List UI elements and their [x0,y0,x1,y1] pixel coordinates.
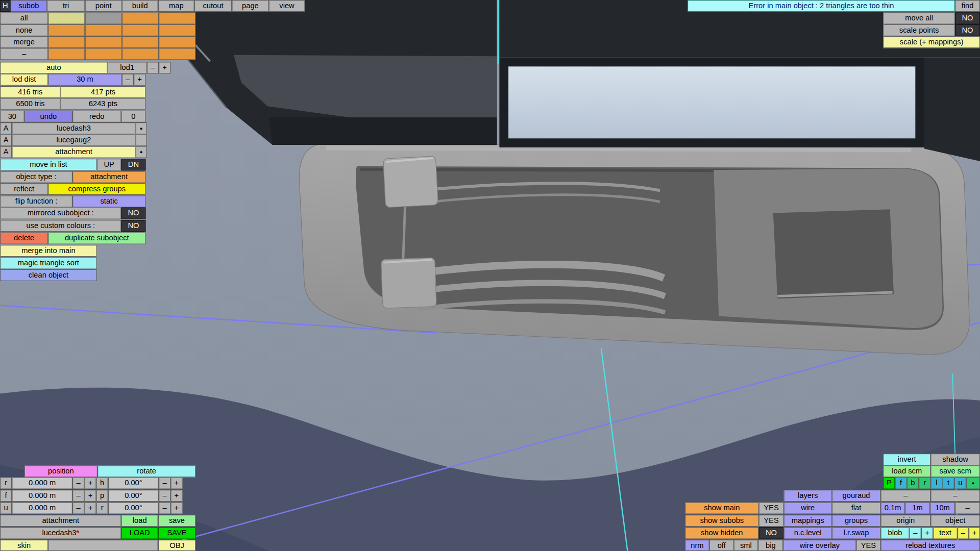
compress-groups-button[interactable]: compress groups [48,183,145,195]
texture-grid-cell[interactable] [48,36,85,48]
show-hidden-button[interactable]: show hidden [685,527,758,539]
attachment-slot-button[interactable]: attachment [0,515,121,527]
reflect-button[interactable]: reflect [0,183,48,195]
show-main-button[interactable]: show main [685,502,758,514]
flag-l-button[interactable]: l [930,478,942,489]
show-subobs-toggle[interactable]: YES [759,515,784,527]
rotate-value[interactable]: 0.00° [108,490,159,502]
rotate-plus-button[interactable]: + [170,478,182,489]
tab-view[interactable]: view [269,0,305,12]
tab-point[interactable]: point [85,0,122,12]
text-plus-button[interactable]: + [969,527,980,539]
invert-button[interactable]: invert [883,454,930,465]
gouraud-button[interactable]: gouraud [832,490,881,502]
rotate-value[interactable]: 0.00° [108,478,159,489]
rotate-plus-button[interactable]: + [170,502,182,514]
flag-t-button[interactable]: t [943,478,954,489]
save-scm-button[interactable]: save scm [930,465,980,477]
clean-object-button[interactable]: clean object [0,269,97,281]
texture-grid-cell[interactable] [85,12,122,24]
scale-mappings-button[interactable]: scale (+ mappings) [883,36,980,48]
nrm-big-button[interactable]: big [758,540,783,551]
flag-r-button[interactable]: r [919,478,930,489]
rotate-plus-button[interactable]: + [170,490,182,502]
blob-minus-button[interactable]: – [910,527,921,539]
texture-grid-cell[interactable] [85,24,122,36]
scale-points-button[interactable]: scale points [883,24,955,36]
texture-grid-cell[interactable] [159,24,195,36]
position-minus-button[interactable]: – [72,502,84,514]
object-visibility-toggle[interactable]: ● [136,122,147,134]
flag-u-button[interactable]: u [954,478,966,489]
position-plus-button[interactable]: + [84,490,96,502]
text-button[interactable]: text [933,527,958,539]
flip-function-value[interactable]: static [72,195,145,207]
tab-build[interactable]: build [122,0,158,12]
position-value[interactable]: 0.000 m [12,478,72,489]
show-hidden-toggle[interactable]: NO [759,527,784,539]
grid-01m-button[interactable]: 0.1m [880,502,905,514]
lod-minus-button[interactable]: – [147,62,159,73]
texture-grid-cell[interactable] [48,12,85,24]
save-file-button[interactable]: SAVE [158,527,195,539]
show-main-toggle[interactable]: YES [759,502,784,514]
position-plus-button[interactable]: + [84,502,96,514]
lod-dist-label[interactable]: lod dist [0,73,48,85]
texture-grid-cell[interactable] [159,36,195,48]
load-file-button[interactable]: LOAD [121,527,158,539]
flag-p-button[interactable]: P [883,478,895,489]
object-visibility-toggle[interactable] [136,134,147,146]
move-all-button[interactable]: move all [883,12,955,24]
tab-subob[interactable]: subob [11,0,47,12]
object-type-value[interactable]: attachment [72,171,145,183]
find-button[interactable]: find [955,0,980,12]
nrm-off-button[interactable]: off [709,540,734,551]
wire-overlay-button[interactable]: wire overlay [783,540,856,551]
flag-f-button[interactable]: f [895,478,906,489]
save-button[interactable]: save [158,515,195,527]
mappings-button[interactable]: mappings [784,515,832,527]
texture-grid-cell[interactable] [122,24,159,36]
show-subobs-button[interactable]: show subobs [685,515,758,527]
shadow-button[interactable]: shadow [930,454,980,465]
custom-colours-toggle[interactable]: NO [121,220,146,232]
nrm-sml-button[interactable]: sml [734,540,758,551]
lod1-button[interactable]: lod1 [108,62,147,73]
texture-grid-cell[interactable] [48,48,85,60]
groups-button[interactable]: groups [832,515,881,527]
auto-button[interactable]: auto [0,62,108,73]
texture-grid-cell[interactable] [122,36,159,48]
texture-grid-cell[interactable] [122,12,159,24]
wire-button[interactable]: wire [784,502,832,514]
lod-dist-plus-button[interactable]: + [134,73,145,85]
rotate-minus-button[interactable]: – [159,502,170,514]
position-value[interactable]: 0.000 m [12,502,72,514]
delete-button[interactable]: delete [0,233,48,244]
dash-button[interactable]: – [880,490,930,502]
texture-grid-cell[interactable] [122,48,159,60]
dash-button[interactable]: – [930,490,980,502]
texture-grid-cell[interactable] [159,12,195,24]
lod-plus-button[interactable]: + [159,62,170,73]
lod-dist-value[interactable]: 30 m [48,73,121,85]
move-down-button[interactable]: DN [121,159,146,170]
tab-map[interactable]: map [158,0,194,12]
lr-swap-button[interactable]: l.r.swap [832,527,881,539]
position-plus-button[interactable]: + [84,478,96,489]
tab-page[interactable]: page [232,0,268,12]
duplicate-subobject-button[interactable]: duplicate subobject [48,233,145,244]
redo-button[interactable]: redo [72,111,121,122]
grid-1m-button[interactable]: 1m [905,502,930,514]
origin-button[interactable]: origin [880,515,930,527]
flag-b-button[interactable]: b [907,478,919,489]
select-all-button[interactable]: all [0,12,48,24]
texture-grid-cell[interactable] [85,36,122,48]
texture-grid-cell[interactable] [159,48,195,60]
reload-textures-button[interactable]: reload textures [880,540,980,551]
object-row-tag[interactable]: A [0,146,12,158]
blob-plus-button[interactable]: + [921,527,933,539]
move-up-button[interactable]: UP [97,159,121,170]
nrm-button[interactable]: nrm [685,540,709,551]
undo-button[interactable]: undo [24,111,72,122]
mirrored-subobject-toggle[interactable]: NO [121,208,146,219]
